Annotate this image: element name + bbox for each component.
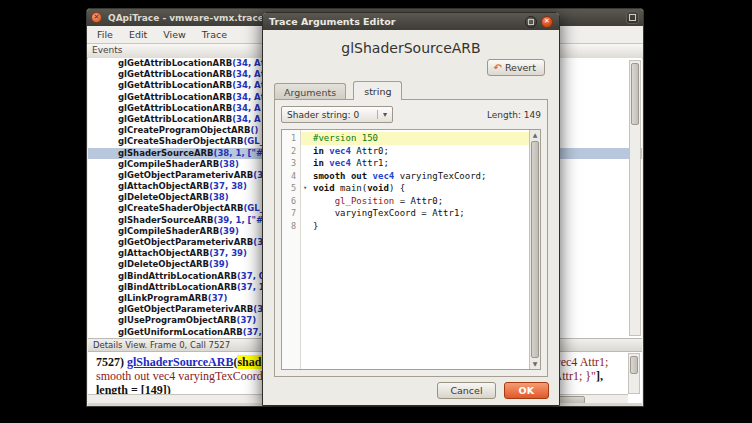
editor-scrollbar[interactable]: ▲ ▼	[529, 130, 540, 369]
scroll-down-icon[interactable]: ▼	[530, 359, 540, 369]
dialog-title: Trace Arguments Editor	[269, 16, 521, 27]
tab-string[interactable]: string	[353, 81, 402, 100]
close-icon[interactable]: ✕	[541, 16, 553, 28]
line-number: 2	[282, 145, 300, 158]
line-number: 1	[282, 132, 300, 145]
details-text-segment: 7527)	[96, 355, 127, 369]
editor-toolbar: Shader string: 0 ▾ Length: 149	[281, 106, 541, 123]
tab-arguments[interactable]: Arguments	[274, 83, 346, 100]
code-line: #version 150	[301, 132, 529, 145]
line-number: 3	[282, 157, 300, 170]
menu-item-trace[interactable]: Trace	[194, 27, 235, 43]
close-icon[interactable]: ✕	[91, 12, 102, 23]
dialog-heading: glShaderSourceARB	[263, 40, 559, 56]
ok-button[interactable]: OK	[504, 382, 549, 399]
chevron-down-icon: ▾	[377, 110, 392, 119]
length-label: Length: 149	[487, 110, 541, 120]
code-line: }	[313, 220, 529, 233]
code-line: in vec4 Attr1;	[313, 157, 529, 170]
code-line: smooth out vec4 varyingTexCoord;	[313, 170, 529, 183]
events-scrollbar[interactable]	[629, 60, 641, 336]
editor-scrollbar-thumb[interactable]	[531, 141, 539, 358]
cancel-button[interactable]: Cancel	[437, 382, 495, 399]
line-number: 4	[282, 170, 300, 183]
events-scrollbar-thumb[interactable]	[631, 63, 639, 125]
details-vscrollbar-thumb[interactable]	[630, 356, 638, 374]
fold-marker-icon[interactable]: ▾	[303, 184, 307, 192]
shader-source-editor[interactable]: 12345678 #version 150in vec4 Attr0;in ve…	[281, 129, 541, 370]
line-number: 6	[282, 195, 300, 208]
restore-button[interactable]	[626, 11, 639, 24]
revert-button[interactable]: ↶ Revert	[487, 59, 545, 76]
details-vscrollbar[interactable]	[628, 353, 640, 394]
revert-button-label: Revert	[505, 62, 536, 73]
code-line: in vec4 Attr0;	[313, 145, 529, 158]
menu-item-file[interactable]: File	[89, 27, 121, 43]
maximize-button[interactable]	[525, 16, 537, 28]
line-number: 5	[282, 182, 300, 195]
line-number: 7	[282, 207, 300, 220]
code-line: ▾void main(void) {	[313, 182, 529, 195]
menu-item-view[interactable]: View	[155, 27, 194, 43]
scroll-up-icon[interactable]: ▲	[530, 130, 540, 140]
string-tab-panel: Shader string: 0 ▾ Length: 149 12345678 …	[274, 99, 548, 377]
undo-icon: ↶	[493, 63, 501, 73]
shader-string-combo-value: Shader string: 0	[282, 110, 377, 120]
maximize-icon	[528, 19, 534, 25]
line-number: 8	[282, 220, 300, 233]
code-lines[interactable]: #version 150in vec4 Attr0;in vec4 Attr1;…	[301, 130, 529, 369]
trace-arguments-editor-dialog: Trace Arguments Editor ✕ glShaderSourceA…	[262, 12, 560, 406]
dialog-titlebar[interactable]: Trace Arguments Editor ✕	[263, 13, 559, 30]
details-call-link[interactable]: glShaderSourceARB	[127, 355, 233, 369]
menu-item-edit[interactable]: Edit	[121, 27, 155, 43]
dialog-tabs: Arguments string	[274, 81, 404, 100]
desktop-background: ✕ QApiTrace - vmware-vmx.trace FileEditV…	[0, 0, 752, 423]
code-line: varyingTexCoord = Attr1;	[313, 207, 529, 220]
restore-icon	[629, 14, 636, 21]
code-line: gl_Position = Attr0;	[313, 195, 529, 208]
shader-string-combo[interactable]: Shader string: 0 ▾	[281, 106, 393, 123]
dialog-button-row: Cancel OK	[437, 382, 549, 399]
code-gutter: 12345678	[282, 130, 301, 369]
